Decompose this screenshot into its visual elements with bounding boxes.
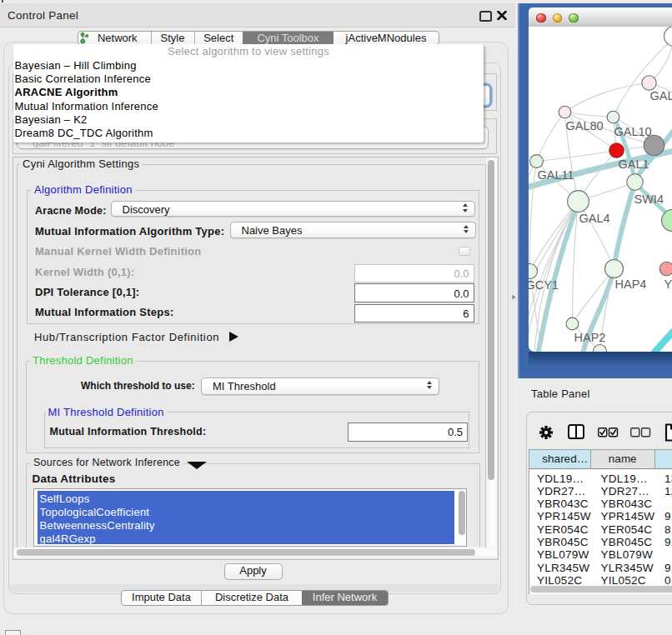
svg-text:GAL80: GAL80 bbox=[565, 118, 603, 132]
svg-text:HAP2: HAP2 bbox=[574, 330, 605, 343]
svg-text:HAP4: HAP4 bbox=[614, 277, 646, 290]
svg-text:GAL11: GAL11 bbox=[537, 168, 574, 181]
svg-text:GAL4: GAL4 bbox=[579, 211, 609, 224]
svg-text:GCY1: GCY1 bbox=[529, 278, 559, 291]
svg-text:SWI4: SWI4 bbox=[634, 192, 663, 205]
svg-text:GAL10: GAL10 bbox=[614, 124, 651, 138]
svg-text:GAL1: GAL1 bbox=[618, 157, 649, 170]
svg-text:Y: Y bbox=[664, 277, 672, 290]
svg-text:GAL2: GAL2 bbox=[649, 88, 672, 102]
